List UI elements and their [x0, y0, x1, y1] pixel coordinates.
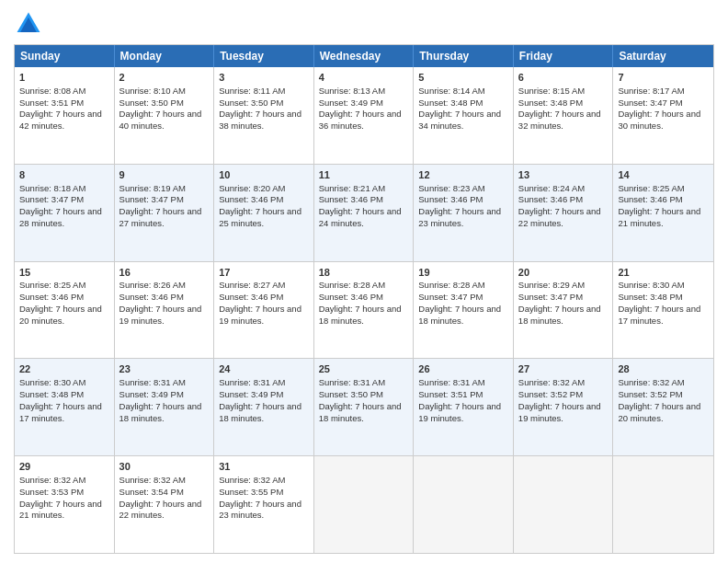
sunrise-text: Sunrise: 8:32 AM	[618, 377, 684, 387]
daylight-text: Daylight: 7 hours and 40 minutes.	[119, 109, 202, 131]
calendar-cell: 27Sunrise: 8:32 AMSunset: 3:52 PMDayligh…	[514, 359, 614, 455]
calendar-cell: 17Sunrise: 8:27 AMSunset: 3:46 PMDayligh…	[214, 262, 314, 359]
calendar-cell: 16Sunrise: 8:26 AMSunset: 3:46 PMDayligh…	[115, 262, 215, 359]
sunrise-text: Sunrise: 8:32 AM	[518, 377, 585, 387]
calendar-cell: 29Sunrise: 8:32 AMSunset: 3:53 PMDayligh…	[15, 456, 115, 553]
calendar-cell: 30Sunrise: 8:32 AMSunset: 3:54 PMDayligh…	[115, 456, 215, 553]
daylight-text: Daylight: 7 hours and 21 minutes.	[618, 206, 700, 228]
logo-icon	[14, 9, 43, 39]
day-number: 22	[19, 362, 109, 376]
day-number: 26	[418, 362, 508, 376]
daylight-text: Daylight: 7 hours and 32 minutes.	[518, 109, 601, 131]
sunrise-text: Sunrise: 8:30 AM	[19, 377, 85, 387]
calendar-cell: 24Sunrise: 8:31 AMSunset: 3:49 PMDayligh…	[214, 359, 314, 455]
sunrise-text: Sunrise: 8:26 AM	[119, 280, 186, 290]
day-number: 30	[119, 460, 210, 474]
sunrise-text: Sunrise: 8:11 AM	[219, 86, 285, 96]
day-number: 8	[19, 168, 109, 182]
sunrise-text: Sunrise: 8:32 AM	[119, 475, 186, 485]
sunrise-text: Sunrise: 8:27 AM	[219, 280, 285, 290]
sunrise-text: Sunrise: 8:32 AM	[19, 475, 85, 485]
daylight-text: Daylight: 7 hours and 24 minutes.	[319, 206, 402, 228]
sunrise-text: Sunrise: 8:23 AM	[418, 183, 484, 193]
day-number: 21	[618, 266, 709, 280]
calendar-cell: 8Sunrise: 8:18 AMSunset: 3:47 PMDaylight…	[15, 165, 115, 261]
sunrise-text: Sunrise: 8:20 AM	[219, 183, 285, 193]
day-number: 7	[618, 71, 709, 85]
sunrise-text: Sunrise: 8:29 AM	[518, 280, 585, 290]
header-day-tuesday: Tuesday	[214, 45, 314, 67]
day-number: 16	[119, 266, 210, 280]
daylight-text: Daylight: 7 hours and 18 minutes.	[319, 304, 402, 326]
day-number: 2	[119, 71, 210, 85]
calendar-row-1: 1Sunrise: 8:08 AMSunset: 3:51 PMDaylight…	[15, 67, 713, 164]
daylight-text: Daylight: 7 hours and 34 minutes.	[418, 109, 501, 131]
sunset-text: Sunset: 3:47 PM	[418, 292, 483, 302]
calendar-header: SundayMondayTuesdayWednesdayThursdayFrid…	[15, 45, 713, 67]
header	[14, 9, 714, 39]
day-number: 10	[219, 168, 309, 182]
daylight-text: Daylight: 7 hours and 25 minutes.	[219, 206, 301, 228]
daylight-text: Daylight: 7 hours and 28 minutes.	[19, 206, 102, 228]
day-number: 17	[219, 266, 309, 280]
daylight-text: Daylight: 7 hours and 18 minutes.	[319, 401, 402, 423]
calendar-cell: 20Sunrise: 8:29 AMSunset: 3:47 PMDayligh…	[514, 262, 614, 359]
day-number: 25	[319, 362, 409, 376]
sunrise-text: Sunrise: 8:31 AM	[418, 377, 484, 387]
sunset-text: Sunset: 3:54 PM	[119, 487, 184, 497]
daylight-text: Daylight: 7 hours and 21 minutes.	[19, 499, 102, 521]
daylight-text: Daylight: 7 hours and 20 minutes.	[618, 401, 700, 423]
day-number: 31	[219, 460, 309, 474]
calendar: SundayMondayTuesdayWednesdayThursdayFrid…	[14, 44, 714, 554]
calendar-cell: 7Sunrise: 8:17 AMSunset: 3:47 PMDaylight…	[613, 67, 713, 164]
calendar-cell: 26Sunrise: 8:31 AMSunset: 3:51 PMDayligh…	[414, 359, 514, 455]
sunset-text: Sunset: 3:47 PM	[119, 194, 184, 204]
calendar-cell: 6Sunrise: 8:15 AMSunset: 3:48 PMDaylight…	[514, 67, 614, 164]
calendar-cell: 3Sunrise: 8:11 AMSunset: 3:50 PMDaylight…	[214, 67, 314, 164]
sunrise-text: Sunrise: 8:17 AM	[618, 86, 684, 96]
header-day-friday: Friday	[514, 45, 614, 67]
daylight-text: Daylight: 7 hours and 19 minutes.	[119, 304, 202, 326]
day-number: 4	[319, 71, 409, 85]
daylight-text: Daylight: 7 hours and 18 minutes.	[219, 401, 301, 423]
daylight-text: Daylight: 7 hours and 19 minutes.	[219, 304, 301, 326]
day-number: 24	[219, 362, 309, 376]
day-number: 1	[19, 71, 109, 85]
calendar-cell: 2Sunrise: 8:10 AMSunset: 3:50 PMDaylight…	[115, 67, 215, 164]
sunset-text: Sunset: 3:53 PM	[19, 487, 84, 497]
calendar-cell: 4Sunrise: 8:13 AMSunset: 3:49 PMDaylight…	[314, 67, 415, 164]
daylight-text: Daylight: 7 hours and 27 minutes.	[119, 206, 202, 228]
calendar-row-2: 8Sunrise: 8:18 AMSunset: 3:47 PMDaylight…	[15, 164, 713, 261]
calendar-cell: 28Sunrise: 8:32 AMSunset: 3:52 PMDayligh…	[613, 359, 713, 455]
daylight-text: Daylight: 7 hours and 20 minutes.	[19, 304, 102, 326]
sunset-text: Sunset: 3:46 PM	[418, 194, 483, 204]
calendar-cell: 23Sunrise: 8:31 AMSunset: 3:49 PMDayligh…	[115, 359, 215, 455]
day-number: 9	[119, 168, 210, 182]
sunrise-text: Sunrise: 8:28 AM	[319, 280, 385, 290]
calendar-cell: 12Sunrise: 8:23 AMSunset: 3:46 PMDayligh…	[414, 165, 514, 261]
sunset-text: Sunset: 3:50 PM	[119, 98, 184, 108]
sunrise-text: Sunrise: 8:24 AM	[518, 183, 585, 193]
day-number: 14	[618, 168, 709, 182]
daylight-text: Daylight: 7 hours and 19 minutes.	[418, 401, 501, 423]
daylight-text: Daylight: 7 hours and 22 minutes.	[119, 499, 202, 521]
sunset-text: Sunset: 3:52 PM	[518, 389, 583, 399]
sunrise-text: Sunrise: 8:21 AM	[319, 183, 385, 193]
sunset-text: Sunset: 3:49 PM	[119, 389, 184, 399]
day-number: 20	[518, 266, 609, 280]
calendar-row-3: 15Sunrise: 8:25 AMSunset: 3:46 PMDayligh…	[15, 261, 713, 359]
sunset-text: Sunset: 3:50 PM	[219, 98, 283, 108]
calendar-cell: 5Sunrise: 8:14 AMSunset: 3:48 PMDaylight…	[414, 67, 514, 164]
day-number: 11	[319, 168, 409, 182]
calendar-body: 1Sunrise: 8:08 AMSunset: 3:51 PMDaylight…	[15, 67, 713, 553]
sunset-text: Sunset: 3:48 PM	[19, 389, 84, 399]
day-number: 5	[418, 71, 508, 85]
sunrise-text: Sunrise: 8:28 AM	[418, 280, 484, 290]
sunrise-text: Sunrise: 8:32 AM	[219, 475, 285, 485]
sunset-text: Sunset: 3:47 PM	[618, 98, 682, 108]
day-number: 27	[518, 362, 609, 376]
calendar-cell: 10Sunrise: 8:20 AMSunset: 3:46 PMDayligh…	[214, 165, 314, 261]
sunset-text: Sunset: 3:46 PM	[518, 194, 583, 204]
sunset-text: Sunset: 3:48 PM	[518, 98, 583, 108]
sunset-text: Sunset: 3:47 PM	[518, 292, 583, 302]
